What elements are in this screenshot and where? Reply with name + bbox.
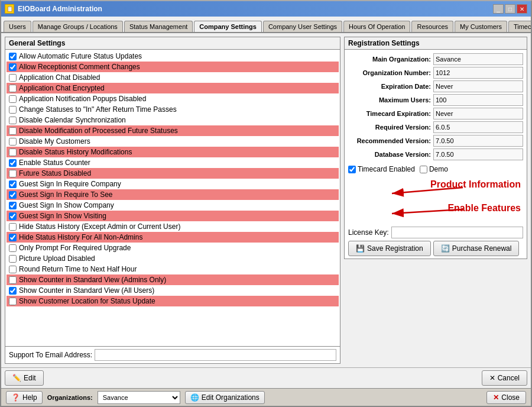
close-button[interactable]: ✕ Close [486,391,526,404]
help-button[interactable]: ❓ Help [6,391,43,404]
globe-icon: 🌐 [190,393,199,402]
license-input[interactable] [391,227,523,238]
reg-field-input-4[interactable] [433,108,523,119]
save-registration-button[interactable]: 💾 Save Registration [348,241,431,256]
setting-label-18: Only Prompt For Required Upgrade [19,244,131,252]
setting-checkbox-23[interactable] [9,298,17,305]
tab-resources[interactable]: Resources [411,21,453,32]
setting-checkbox-3[interactable] [9,85,17,92]
tab-company-user-settings[interactable]: Company User Settings [263,21,342,32]
email-input[interactable] [95,349,336,361]
setting-checkbox-20[interactable] [9,266,17,273]
window-title: EIOBoard Administration [18,5,102,13]
cancel-label: Cancel [498,374,520,382]
reg-field-input-1[interactable] [433,67,523,79]
reg-field-label-3: Maximum Users: [348,96,431,104]
setting-label-7: Disable Modification of Processed Future… [19,127,178,135]
registration-title: Registration Settings [345,37,527,50]
reg-field-input-7[interactable] [433,148,523,160]
setting-checkbox-16[interactable] [9,223,17,231]
setting-checkbox-10[interactable] [9,159,17,167]
setting-checkbox-6[interactable] [9,117,17,124]
right-panel: Registration Settings Main Organization:… [344,37,527,364]
reg-row-0: Main Organization: [348,53,523,65]
reg-field-input-2[interactable] [433,80,523,92]
close-window-button[interactable]: ✕ [517,4,527,14]
app-icon: 📋 [5,4,14,14]
main-window: 📋 EIOBoard Administration _ □ ✕ Users Ma… [0,0,532,407]
reg-field-input-0[interactable] [433,53,523,65]
reg-field-input-6[interactable] [433,135,523,147]
maximize-button[interactable]: □ [505,4,515,14]
setting-label-12: Guest Sign In Require Company [19,180,121,188]
timecard-enabled-label[interactable]: Timecard Enabled [348,165,415,173]
setting-label-16: Hide Status History (Except Admin or Cur… [19,222,180,231]
reg-row-1: Organization Number: [348,67,523,79]
timecard-enabled-checkbox[interactable] [348,166,356,173]
setting-checkbox-21[interactable] [9,276,17,284]
setting-checkbox-18[interactable] [9,244,17,252]
general-settings-title: General Settings [5,37,340,50]
tab-timecard[interactable]: Timecard [508,21,531,32]
setting-checkbox-22[interactable] [9,287,17,295]
cancel-button[interactable]: ✕ Cancel [482,370,527,386]
edit-button[interactable]: ✏️ Edit [5,370,44,386]
demo-label[interactable]: Demo [420,165,448,173]
tab-company-settings[interactable]: Company Settings [194,21,262,33]
setting-checkbox-17[interactable] [9,234,17,241]
reg-field-label-6: Recommended Version: [348,137,431,144]
purchase-renewal-button[interactable]: 🔄 Purchase Renewal [433,241,520,256]
setting-label-2: Application Chat Disabled [19,73,100,82]
reg-field-label-5: Required Version: [348,124,431,131]
minimize-button[interactable]: _ [493,4,504,14]
setting-checkbox-11[interactable] [9,170,17,177]
close-label: Close [501,393,520,402]
purchase-renewal-label: Purchase Renewal [452,244,512,253]
setting-label-14: Guest Sign In Show Company [19,201,114,209]
demo-text: Demo [429,165,448,173]
setting-label-10: Enable Status Counter [19,159,90,167]
reg-field-input-3[interactable] [433,94,523,106]
organizations-select[interactable]: Savance [98,391,180,404]
setting-checkbox-1[interactable] [9,63,17,71]
license-label: License Key: [348,228,389,237]
reg-field-input-5[interactable] [433,121,523,133]
tab-status-management[interactable]: Status Management [124,21,193,32]
tab-my-customers[interactable]: My Customers [455,21,507,32]
setting-item-12: Guest Sign In Require Company [7,179,339,189]
setting-label-1: Allow Receptionist Comment Changes [19,63,140,71]
setting-checkbox-5[interactable] [9,106,17,114]
setting-checkbox-15[interactable] [9,212,17,220]
settings-list-inner: Allow Automatic Future Status UpdatesAll… [5,50,340,308]
checkboxes-row: Timecard Enabled Demo [345,164,527,175]
setting-checkbox-4[interactable] [9,95,17,103]
setting-item-9: Disable Status History Modifications [7,147,339,157]
setting-checkbox-2[interactable] [9,74,17,82]
setting-checkbox-8[interactable] [9,138,17,146]
demo-checkbox[interactable] [420,166,427,173]
setting-checkbox-0[interactable] [9,53,17,60]
window-controls: _ □ ✕ [493,4,527,14]
setting-item-1: Allow Receptionist Comment Changes [7,62,339,72]
setting-checkbox-7[interactable] [9,127,17,135]
tab-hours-operation[interactable]: Hours Of Operation [343,21,410,32]
setting-item-0: Allow Automatic Future Status Updates [7,51,339,62]
setting-checkbox-19[interactable] [9,255,17,263]
registration-content: Main Organization:Organization Number:Ex… [345,50,527,164]
setting-item-15: Guest Sign In Show Visiting [7,211,339,221]
setting-item-19: Picture Upload Disabled [7,253,339,264]
setting-checkbox-12[interactable] [9,180,17,188]
cancel-icon: ✕ [489,374,495,382]
setting-checkbox-13[interactable] [9,191,17,199]
setting-item-23: Show Customer Location for Status Update [7,296,339,306]
setting-checkbox-14[interactable] [9,202,17,209]
save-reg-icon: 💾 [356,244,365,253]
edit-organizations-button[interactable]: 🌐 Edit Organizations [185,391,265,404]
tab-manage-groups[interactable]: Manage Groups / Locations [33,21,123,32]
setting-item-17: Hide Status History For All Non-Admins [7,232,339,243]
setting-item-18: Only Prompt For Required Upgrade [7,243,339,253]
tab-users[interactable]: Users [4,21,31,32]
settings-list[interactable]: Allow Automatic Future Status UpdatesAll… [5,50,340,346]
setting-item-7: Disable Modification of Processed Future… [7,125,339,136]
setting-checkbox-9[interactable] [9,148,17,156]
